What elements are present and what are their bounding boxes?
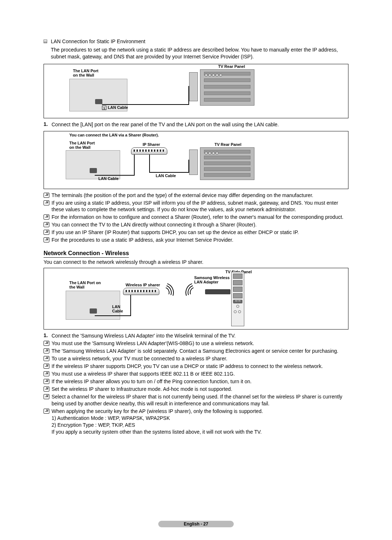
footer-text: English - 27 bbox=[158, 521, 233, 527]
cable-number-badge: 1 bbox=[102, 106, 106, 110]
note-icon-wrapper bbox=[44, 192, 52, 199]
note-text: You must use the 'Samsung Wireless LAN A… bbox=[52, 340, 348, 347]
note-text: The terminals (the position of the port … bbox=[52, 192, 348, 199]
note-icon-wrapper bbox=[44, 363, 52, 370]
step-number: 1. bbox=[44, 121, 52, 127]
note-row: To use a wireless network, your TV must … bbox=[44, 355, 348, 362]
note-text: If you use an IP Sharer (IP Router) that… bbox=[52, 229, 348, 236]
tv-side-panel-graphic: AV IN bbox=[231, 272, 244, 326]
note-icon bbox=[44, 237, 49, 242]
adapter-label: Samsung Wireless LAN Adapter bbox=[194, 275, 230, 284]
note-text: When applying the security key for the A… bbox=[52, 408, 348, 435]
wall-port-label-2: The LAN Port on the Wall bbox=[69, 141, 95, 150]
note-icon-wrapper bbox=[44, 237, 52, 244]
note-icon-wrapper bbox=[44, 229, 52, 236]
wireless-sharer-label: Wireless IP sharer bbox=[126, 283, 160, 287]
note-row: When applying the security key for the A… bbox=[44, 408, 348, 435]
page-footer: English - 27 bbox=[0, 521, 392, 527]
step-text-w: Connect the 'Samsung Wireless LAN Adapte… bbox=[52, 332, 348, 339]
wireless-notes-list: You must use the 'Samsung Wireless LAN A… bbox=[44, 340, 348, 435]
diagram-lan-direct: The LAN Port on the Wall TV Rear Panel 1… bbox=[44, 64, 348, 118]
lan-notes-list: The terminals (the position of the port … bbox=[44, 192, 348, 244]
note-row: You must use the 'Samsung Wireless LAN A… bbox=[44, 340, 348, 347]
note-icon bbox=[44, 200, 49, 205]
tv-rear-label-1: TV Rear Panel bbox=[218, 64, 245, 69]
lan-cable-line bbox=[102, 104, 189, 105]
sharer-heading: You can connect the LAN via a Sharer (Ro… bbox=[69, 133, 159, 137]
note-icon-wrapper bbox=[44, 340, 52, 347]
note-text: If the wireless IP sharer supports DHCP,… bbox=[52, 363, 348, 370]
note-text: For the procedures to use a static IP ad… bbox=[52, 237, 348, 244]
note-row: If you are using a static IP address, yo… bbox=[44, 200, 348, 213]
note-icon-wrapper bbox=[44, 348, 52, 355]
note-icon bbox=[44, 348, 49, 353]
step-text: Connect the [LAN] port on the rear panel… bbox=[52, 121, 348, 128]
tv-rear-panel-graphic-2 bbox=[200, 147, 254, 180]
note-row: If the wireless IP sharer supports DHCP,… bbox=[44, 363, 348, 370]
wall-port-label: The LAN Port on the Wall bbox=[73, 69, 98, 77]
note-row: Select a channel for the wireless IP sha… bbox=[44, 393, 348, 407]
note-text: You can connect the TV to the LAN direct… bbox=[52, 221, 348, 228]
note-text: The 'Samsung Wireless LAN Adapter' is so… bbox=[52, 348, 348, 355]
square-bullet-icon bbox=[44, 40, 47, 43]
wireless-step-1: 1. Connect the 'Samsung Wireless LAN Ada… bbox=[44, 332, 348, 339]
lan-static-intro: The procedures to set up the network usi… bbox=[51, 46, 348, 60]
note-row: The terminals (the position of the port … bbox=[44, 192, 348, 199]
note-icon-wrapper bbox=[44, 221, 52, 228]
note-row: The 'Samsung Wireless LAN Adapter' is so… bbox=[44, 348, 348, 355]
note-text: To use a wireless network, your TV must … bbox=[52, 355, 348, 362]
note-icon-wrapper bbox=[44, 214, 52, 221]
note-row: For the information on how to configure … bbox=[44, 214, 348, 221]
note-icon bbox=[44, 371, 49, 376]
lan-port-block bbox=[189, 72, 198, 101]
diagram-lan-sharer: You can connect the LAN via a Sharer (Ro… bbox=[44, 131, 348, 189]
note-text: If you are using a static IP address, yo… bbox=[52, 200, 348, 213]
note-row: If the wireless IP sharer allows you to … bbox=[44, 378, 348, 385]
note-row: For the procedures to use a static IP ad… bbox=[44, 237, 348, 244]
note-text: For the information on how to configure … bbox=[52, 214, 348, 221]
note-text: Set the wireless IP sharer to Infrastruc… bbox=[52, 386, 348, 393]
note-icon-wrapper bbox=[44, 355, 52, 362]
note-row: If you use an IP Sharer (IP Router) that… bbox=[44, 229, 348, 236]
note-text: Select a channel for the wireless IP sha… bbox=[52, 393, 348, 407]
tv-rear-label-2: TV Rear Panel bbox=[215, 142, 241, 147]
lan-cable-label-1: LAN Cable bbox=[108, 105, 128, 110]
note-icon bbox=[44, 379, 49, 384]
note-icon bbox=[44, 341, 49, 346]
av-in-label: AV IN bbox=[233, 300, 242, 303]
note-icon-wrapper bbox=[44, 378, 52, 385]
wireless-adapter-graphic bbox=[205, 289, 230, 294]
tv-rear-panel-graphic bbox=[200, 69, 254, 106]
diagram-wireless: TV Side Panel The LAN Port on the Wall W… bbox=[44, 268, 348, 330]
wireless-intro: You can connect to the network wirelessl… bbox=[44, 259, 348, 265]
note-icon bbox=[44, 214, 49, 220]
wireless-heading: Network Connection - Wireless bbox=[44, 250, 129, 258]
note-icon bbox=[44, 409, 49, 414]
note-icon bbox=[44, 193, 49, 198]
wall-port-label-3: The LAN Port on the Wall bbox=[69, 281, 101, 289]
note-icon bbox=[44, 364, 49, 369]
note-icon bbox=[44, 222, 49, 227]
note-row: You must use a wireless IP sharer that s… bbox=[44, 371, 348, 377]
note-icon bbox=[44, 394, 49, 399]
lan-cable-label-2a: LAN Cable bbox=[98, 176, 119, 181]
lan-static-title-row: LAN Connection for Static IP Environment bbox=[44, 38, 348, 45]
note-icon bbox=[44, 356, 49, 361]
note-icon-wrapper bbox=[44, 393, 52, 400]
step-number-w: 1. bbox=[44, 332, 52, 338]
note-icon-wrapper bbox=[44, 371, 52, 377]
note-text: You must use a wireless IP sharer that s… bbox=[52, 371, 348, 377]
lan-cable-label-3: LAN Cable bbox=[112, 304, 123, 313]
note-icon bbox=[44, 230, 49, 235]
note-text: If the wireless IP sharer allows you to … bbox=[52, 378, 348, 385]
lan-cable-label-2b: LAN Cable bbox=[156, 173, 176, 178]
note-icon-wrapper bbox=[44, 386, 52, 393]
note-row: Set the wireless IP sharer to Infrastruc… bbox=[44, 386, 348, 393]
note-icon-wrapper bbox=[44, 200, 52, 206]
lan-step-1: 1. Connect the [LAN] port on the rear pa… bbox=[44, 121, 348, 128]
note-row: You can connect the TV to the LAN direct… bbox=[44, 221, 348, 228]
note-icon-wrapper bbox=[44, 408, 52, 415]
lan-static-title: LAN Connection for Static IP Environment bbox=[51, 38, 348, 45]
note-icon bbox=[44, 386, 49, 392]
ip-sharer-label: IP Sharer bbox=[143, 142, 160, 147]
